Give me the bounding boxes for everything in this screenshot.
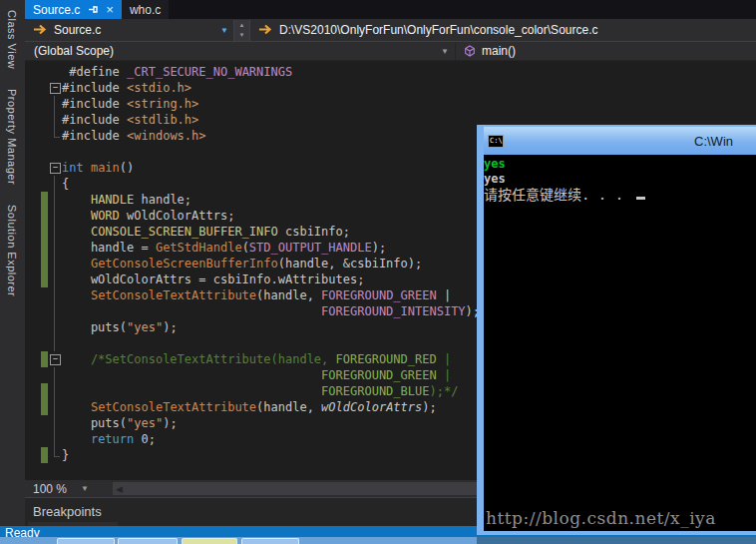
file-path: D:\VS2010\OnlyForFun\OnlyForFun\console_… (279, 23, 597, 37)
chevron-down-icon[interactable]: ▼ (441, 47, 455, 56)
code-text: FOREGROUND_BLUE);*/ (62, 383, 458, 399)
scope-dropdown[interactable]: (Global Scope) ▼ (25, 42, 456, 60)
breakpoint-gutter[interactable] (25, 160, 41, 176)
tab-label: who.c (130, 3, 161, 17)
zoom-dropdown[interactable]: 100 % ▼ (25, 482, 113, 496)
console-title: C:\Win (694, 134, 733, 149)
breakpoint-gutter[interactable] (25, 351, 41, 367)
change-bar (41, 272, 48, 287)
fold-collapse-icon[interactable] (48, 351, 62, 367)
taskbar-button[interactable] (241, 538, 299, 544)
windows-taskbar[interactable] (0, 537, 756, 544)
breakpoint-gutter[interactable] (25, 303, 41, 319)
breakpoint-gutter[interactable] (25, 272, 41, 287)
breakpoint-gutter[interactable] (25, 415, 41, 431)
breakpoint-gutter[interactable] (25, 367, 41, 383)
change-bar (41, 431, 48, 447)
change-bar (41, 303, 48, 319)
breakpoint-gutter[interactable] (25, 319, 41, 335)
method-cube-icon (464, 45, 476, 57)
tab-source-c[interactable]: Source.c × (25, 0, 122, 19)
change-bar (41, 192, 48, 208)
fold-guide (48, 240, 62, 256)
code-text: #include <string.h> (62, 96, 198, 112)
fold-guide (48, 335, 62, 351)
breakpoint-gutter[interactable] (25, 240, 41, 256)
change-bar (41, 112, 48, 128)
breakpoint-gutter[interactable] (25, 399, 41, 415)
breakpoint-gutter[interactable] (25, 287, 41, 303)
change-bar (41, 240, 48, 256)
breakpoint-gutter[interactable] (25, 431, 41, 447)
code-line[interactable]: #define _CRT_SECURE_NO_WARNINGS (25, 64, 756, 80)
breakpoint-gutter[interactable] (25, 208, 41, 224)
breakpoint-gutter[interactable] (25, 128, 41, 144)
change-bar (41, 335, 48, 351)
taskbar-button[interactable] (57, 538, 115, 544)
sidebar-tab-property-manager[interactable]: Property Manager (6, 79, 18, 195)
chevron-down-icon[interactable]: ▼ (215, 26, 233, 35)
change-bar (41, 399, 48, 415)
console-cursor (636, 197, 645, 200)
console-titlebar[interactable]: C:\ C:\Win (484, 127, 756, 155)
file-dropdown[interactable]: Source.c ▼ (54, 20, 233, 41)
change-bar (41, 64, 48, 80)
fold-guide (48, 303, 62, 319)
watermark-text: http://blog.csdn.net/x_iya (486, 508, 716, 528)
fold-collapse-icon[interactable] (48, 80, 62, 96)
breakpoint-gutter[interactable] (25, 144, 41, 160)
fold-collapse-icon[interactable] (48, 160, 62, 176)
change-bar (41, 208, 48, 224)
fold-guide (48, 256, 62, 272)
breakpoint-gutter[interactable] (25, 80, 41, 96)
member-dropdown-value: main() (482, 44, 516, 58)
scroll-left-icon[interactable]: ◀ (113, 484, 123, 494)
breakpoint-gutter[interactable] (25, 192, 41, 208)
change-bar (41, 383, 48, 399)
code-text: handle = GetStdHandle(STD_OUTPUT_HANDLE)… (62, 240, 386, 256)
console-window[interactable]: C:\ C:\Win yesyes请按任意键继续. . . http://blo… (477, 125, 756, 535)
pin-icon[interactable] (88, 4, 98, 15)
code-text: FOREGROUND_INTENSITY); (62, 303, 480, 319)
breakpoint-gutter[interactable] (25, 383, 41, 399)
chevron-down-icon[interactable]: ▼ (81, 484, 89, 493)
fold-guide (48, 431, 62, 447)
code-line[interactable]: #include <stdio.h> (25, 80, 756, 96)
code-text: SetConsoleTextAttribute(handle, wOldColo… (62, 399, 437, 415)
sidebar-tab-class-view[interactable]: Class View (6, 0, 18, 79)
console-output[interactable]: yesyes请按任意键继续. . . http://blog.csdn.net/… (484, 155, 756, 531)
code-text: HANDLE handle; (62, 192, 191, 208)
breakpoint-gutter[interactable] (25, 224, 41, 240)
breakpoint-gutter[interactable] (25, 64, 41, 80)
member-dropdown[interactable]: main() (456, 42, 756, 60)
breakpoint-gutter[interactable] (25, 335, 41, 351)
spinner-up-button[interactable]: ▲ (234, 20, 249, 31)
fold-guide (48, 192, 62, 208)
tab-label: Source.c (33, 3, 80, 17)
taskbar-button[interactable] (118, 538, 178, 544)
fold-guide (48, 96, 62, 112)
code-text: } (62, 447, 69, 463)
code-text: #include <windows.h> (62, 128, 206, 144)
code-line[interactable]: #include <string.h> (25, 96, 756, 112)
tab-who-c[interactable]: who.c (122, 0, 169, 19)
code-text: #include <stdlib.h> (62, 112, 198, 128)
sidebar-tab-solution-explorer[interactable]: Solution Explorer (6, 195, 18, 306)
fold-guide (48, 224, 62, 240)
change-bar (41, 351, 48, 367)
code-text: GetConsoleScreenBufferInfo(handle, &csbi… (62, 256, 422, 272)
spinner-down-button[interactable]: ▼ (234, 30, 249, 41)
change-bar (41, 447, 48, 463)
close-icon[interactable]: × (106, 3, 114, 16)
change-bar (41, 160, 48, 176)
fold-guide (48, 415, 62, 431)
breakpoint-gutter[interactable] (25, 256, 41, 272)
breakpoint-gutter[interactable] (25, 176, 41, 192)
scope-dropdown-value: (Global Scope) (34, 44, 114, 58)
breakpoint-gutter[interactable] (25, 96, 41, 112)
breakpoint-gutter[interactable] (25, 112, 41, 128)
console-line: 请按任意键继续. . . (484, 187, 756, 204)
taskbar-button[interactable] (182, 538, 237, 544)
breakpoint-gutter[interactable] (25, 447, 41, 463)
file-dropdown-value: Source.c (54, 23, 101, 37)
